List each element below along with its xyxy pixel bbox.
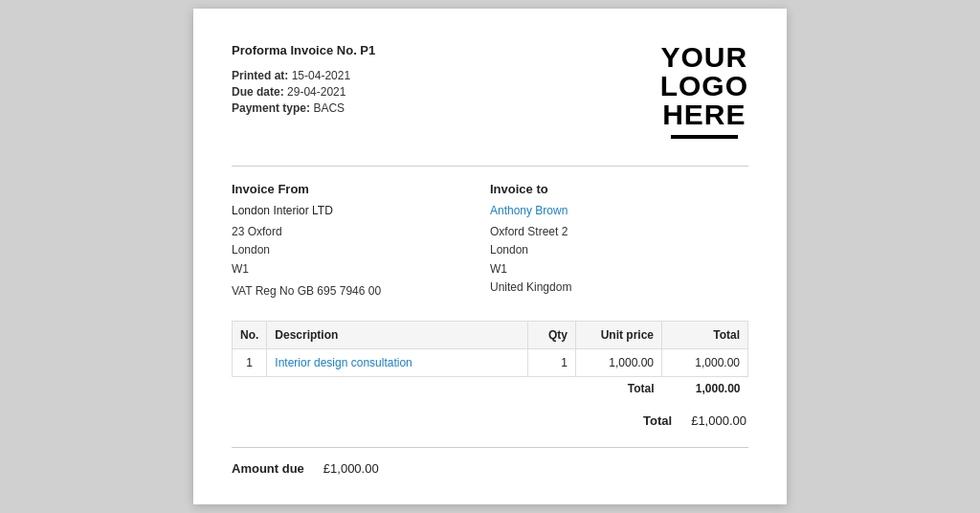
- amount-due-section: Amount due £1,000.00: [232, 447, 748, 476]
- to-name: Anthony Brown: [490, 204, 748, 217]
- item-qty: 1: [528, 348, 576, 376]
- payment-type-label: Payment type:: [232, 101, 310, 115]
- logo-placeholder: YOURLOGOHERE: [660, 43, 748, 139]
- from-vat: VAT Reg No GB 695 7946 00: [232, 284, 490, 298]
- from-addr1: 23 Oxford: [232, 225, 282, 238]
- from-address: 23 Oxford London W1: [232, 223, 490, 279]
- col-no-header: No.: [233, 321, 267, 348]
- item-description-link[interactable]: Interior design consultation: [275, 356, 412, 369]
- from-name: London Interior LTD: [232, 204, 490, 217]
- to-label: Invoice to: [490, 182, 748, 196]
- printed-at-label: Printed at:: [232, 69, 288, 82]
- item-no: 1: [233, 348, 267, 376]
- from-label: Invoice From: [232, 182, 490, 196]
- printed-at-value: 15-04-2021: [292, 69, 350, 82]
- amount-due-label: Amount due: [232, 461, 304, 476]
- grand-total-row: Total £1,000.00: [232, 413, 748, 428]
- subtotal-amount: 1,000.00: [662, 376, 748, 400]
- invoice-title: Proforma Invoice No. P1: [232, 43, 375, 57]
- subtotal-label: Total: [576, 376, 662, 400]
- payment-type-value: BACS: [313, 101, 345, 115]
- to-address: Oxford Street 2 London W1 United Kingdom: [490, 223, 748, 297]
- col-desc-header: Description: [267, 321, 528, 348]
- subtotal-empty: [233, 376, 576, 400]
- logo-underline: [671, 135, 738, 139]
- from-addr2: London: [232, 243, 270, 256]
- subtotal-row: Total 1,000.00: [233, 376, 748, 400]
- logo-text: YOURLOGOHERE: [660, 43, 748, 129]
- col-total-header: Total: [662, 321, 748, 348]
- invoice-to: Invoice to Anthony Brown Oxford Street 2…: [490, 182, 748, 298]
- header-divider: [232, 166, 748, 167]
- invoice-from: Invoice From London Interior LTD 23 Oxfo…: [232, 182, 490, 298]
- grand-total-label: Total: [643, 413, 672, 428]
- col-unit-header: Unit price: [576, 321, 662, 348]
- invoice-header: Proforma Invoice No. P1 Printed at: 15-0…: [232, 43, 748, 139]
- table-body: 1 Interior design consultation 1 1,000.0…: [233, 348, 748, 400]
- to-addr4: United Kingdom: [490, 280, 571, 294]
- invoice-page: Proforma Invoice No. P1 Printed at: 15-0…: [193, 9, 787, 504]
- due-date-row: Due date: 29-04-2021: [232, 85, 375, 99]
- to-addr3: W1: [490, 262, 507, 276]
- amount-due-value: £1,000.00: [323, 461, 379, 476]
- item-unit-price: 1,000.00: [576, 348, 662, 376]
- item-total: 1,000.00: [662, 348, 748, 376]
- payment-type-row: Payment type: BACS: [232, 101, 375, 115]
- to-name-link[interactable]: Anthony Brown: [490, 204, 568, 217]
- table-row: 1 Interior design consultation 1 1,000.0…: [233, 348, 748, 376]
- grand-total-amount: £1,000.00: [691, 413, 746, 428]
- item-description: Interior design consultation: [267, 348, 528, 376]
- to-addr1: Oxford Street 2: [490, 225, 568, 238]
- invoice-parties: Invoice From London Interior LTD 23 Oxfo…: [232, 182, 748, 298]
- due-date-label: Due date:: [232, 85, 284, 99]
- to-addr2: London: [490, 243, 528, 256]
- table-header: No. Description Qty Unit price Total: [233, 321, 748, 348]
- table-header-row: No. Description Qty Unit price Total: [233, 321, 748, 348]
- invoice-meta: Proforma Invoice No. P1 Printed at: 15-0…: [232, 43, 375, 118]
- printed-at-row: Printed at: 15-04-2021: [232, 69, 375, 82]
- invoice-table: No. Description Qty Unit price Total 1 I…: [232, 321, 748, 400]
- from-addr3: W1: [232, 262, 249, 276]
- due-date-value: 29-04-2021: [287, 85, 345, 99]
- col-qty-header: Qty: [528, 321, 576, 348]
